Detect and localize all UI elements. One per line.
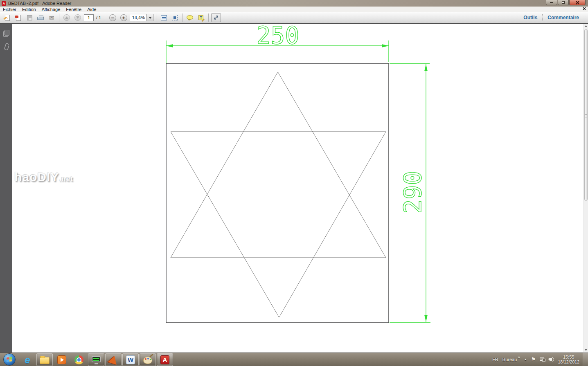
email-button[interactable]: ✉ bbox=[47, 13, 56, 22]
previous-page-button[interactable] bbox=[62, 13, 72, 22]
fit-page-button[interactable] bbox=[170, 13, 180, 22]
zoom-out-button[interactable]: − bbox=[108, 13, 117, 22]
adobe-reader-icon: A bbox=[160, 355, 169, 364]
commentaire-button[interactable]: Commentaire bbox=[543, 15, 584, 20]
highlight-text-button[interactable]: T bbox=[196, 13, 206, 22]
scrollbar-thumb[interactable] bbox=[584, 29, 588, 201]
network-icon[interactable] bbox=[540, 357, 545, 362]
vertical-scrollbar[interactable] bbox=[583, 24, 588, 353]
width-dimension-label: 250 bbox=[257, 24, 300, 49]
close-document-icon[interactable] bbox=[583, 7, 586, 11]
internet-explorer-icon: e bbox=[25, 354, 30, 366]
chrome-icon bbox=[74, 355, 83, 364]
toolbar-separator bbox=[59, 13, 59, 22]
start-button[interactable] bbox=[3, 353, 16, 366]
email-icon: ✉ bbox=[49, 15, 54, 21]
taskbar-media-player[interactable] bbox=[54, 353, 70, 366]
save-button[interactable] bbox=[25, 13, 34, 22]
title-bar[interactable]: A BEDTAB~2.pdf - Adobe Reader bbox=[0, 0, 588, 7]
toolbar-separator bbox=[182, 13, 182, 22]
watermark: haoDIY.net bbox=[14, 170, 73, 184]
clock-date: 18/12/2012 bbox=[558, 359, 579, 364]
comment-bubble-button[interactable] bbox=[185, 13, 195, 22]
next-page-button[interactable] bbox=[73, 13, 83, 22]
reading-mode-button[interactable] bbox=[211, 13, 221, 22]
print-button[interactable] bbox=[36, 13, 45, 22]
paint-icon bbox=[143, 357, 152, 364]
fit-width-icon bbox=[161, 15, 167, 20]
taskbar-matlab[interactable] bbox=[105, 353, 122, 366]
chevron-down-icon bbox=[149, 17, 152, 19]
document-page[interactable]: 250 290 haoDIY.net bbox=[13, 24, 583, 353]
zoom-out-icon: − bbox=[109, 14, 116, 21]
pdf-app-icon: A bbox=[2, 1, 6, 6]
taskbar-clock[interactable]: 15:55 18/12/2012 bbox=[558, 355, 579, 364]
show-hidden-icons-button[interactable]: ▲ bbox=[524, 358, 527, 361]
show-desktop-button[interactable] bbox=[583, 353, 588, 366]
dimension-arrow-down bbox=[424, 315, 428, 322]
downward-triangle bbox=[171, 132, 386, 317]
comment-bubble-icon bbox=[187, 15, 193, 20]
page-thumbnails-icon bbox=[5, 30, 9, 36]
taskbar-chrome[interactable] bbox=[71, 353, 87, 366]
toolbar-separator bbox=[105, 13, 105, 22]
upward-triangle bbox=[171, 72, 386, 258]
outils-button[interactable]: Outils bbox=[518, 15, 542, 20]
taskbar-paint[interactable] bbox=[140, 353, 156, 366]
paperclip-icon bbox=[3, 43, 9, 52]
console-monitor-icon bbox=[92, 356, 101, 362]
dimension-arrow-right bbox=[382, 44, 389, 47]
language-indicator[interactable]: FR bbox=[492, 357, 498, 362]
toolbar-separator bbox=[156, 13, 156, 22]
menu-edition[interactable]: Edition bbox=[19, 7, 39, 12]
taskbar-internet-explorer[interactable]: e bbox=[19, 353, 36, 366]
menu-affichage[interactable]: Affichage bbox=[39, 7, 63, 12]
scroll-up-button[interactable] bbox=[584, 24, 588, 28]
open-icon: ↶ bbox=[5, 15, 10, 21]
page-number-input[interactable] bbox=[84, 14, 94, 21]
scrollbar-grip bbox=[585, 115, 587, 117]
close-button[interactable] bbox=[569, 0, 586, 5]
folder-icon bbox=[40, 357, 50, 364]
zoom-in-button[interactable]: + bbox=[119, 13, 128, 22]
matlab-icon bbox=[108, 355, 119, 365]
create-pdf-button[interactable] bbox=[14, 13, 23, 22]
fit-width-button[interactable] bbox=[159, 13, 169, 22]
zoom-dropdown-button[interactable] bbox=[147, 14, 153, 21]
save-icon bbox=[27, 15, 32, 20]
attachments-button[interactable] bbox=[0, 42, 12, 53]
highlight-icon: T bbox=[198, 15, 203, 20]
taskbar-adobe-reader[interactable]: A bbox=[157, 353, 173, 366]
window-title: BEDTAB~2.pdf - Adobe Reader bbox=[8, 1, 71, 6]
next-page-icon bbox=[74, 14, 81, 21]
scroll-down-button[interactable] bbox=[584, 348, 588, 352]
menu-fichier[interactable]: Fichier bbox=[0, 7, 19, 12]
menu-fenetre[interactable]: Fenêtre bbox=[63, 7, 84, 12]
page-count-label: / 1 bbox=[96, 15, 101, 20]
taskbar-console-app[interactable] bbox=[88, 353, 104, 366]
zoom-level-input[interactable] bbox=[130, 14, 147, 21]
system-tray: FR Bureau» ▲ ⚑ 15:55 18/12/2012 bbox=[492, 353, 588, 366]
page-thumbnails-button[interactable] bbox=[0, 27, 12, 38]
reading-mode-icon bbox=[213, 15, 219, 20]
minimize-button[interactable] bbox=[546, 0, 557, 5]
taskbar-word[interactable]: W bbox=[122, 353, 139, 366]
navigation-pane bbox=[0, 24, 12, 353]
clock-time: 15:55 bbox=[558, 355, 579, 359]
toolbar: ↶ ✉ / 1 bbox=[0, 12, 588, 24]
menu-aide[interactable]: Aide bbox=[84, 7, 99, 12]
toolbar-separator bbox=[208, 13, 209, 22]
chevron-icon: » bbox=[518, 355, 520, 359]
volume-icon[interactable] bbox=[550, 358, 554, 361]
minimize-icon bbox=[550, 2, 553, 3]
action-center-flag-icon[interactable]: ⚑ bbox=[531, 356, 536, 362]
word-icon: W bbox=[126, 355, 135, 364]
desktop-toolbar[interactable]: Bureau» bbox=[502, 357, 520, 362]
restore-button[interactable] bbox=[558, 0, 569, 5]
print-icon bbox=[37, 17, 44, 20]
media-player-icon bbox=[57, 355, 66, 364]
open-button[interactable]: ↶ bbox=[2, 13, 12, 22]
scroll-up-icon bbox=[585, 25, 587, 27]
taskbar-windows-explorer[interactable] bbox=[36, 353, 53, 366]
close-icon bbox=[576, 1, 579, 4]
